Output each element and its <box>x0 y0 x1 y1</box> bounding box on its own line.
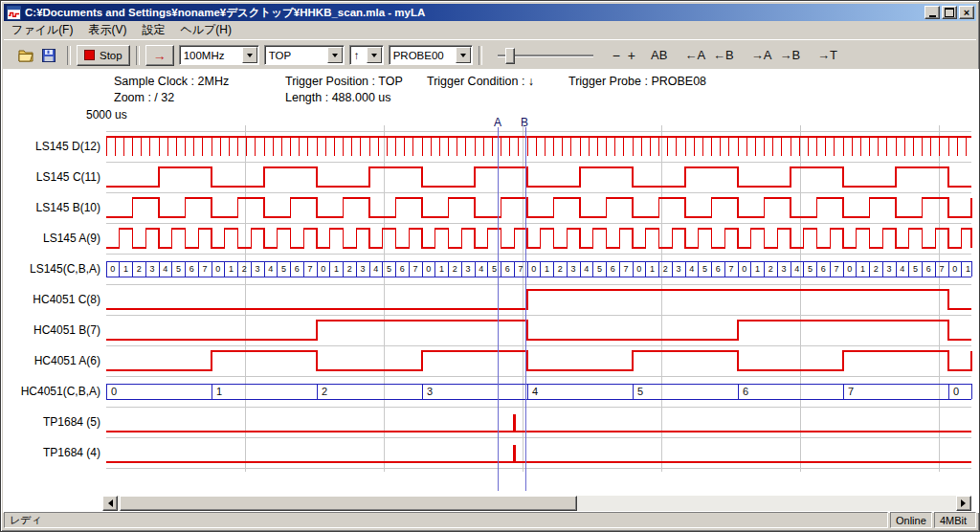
move-a-right-button[interactable]: →A <box>747 47 776 63</box>
move-b-right-button[interactable]: →B <box>775 47 804 63</box>
svg-text:2: 2 <box>558 264 563 274</box>
slider-thumb[interactable] <box>505 48 515 64</box>
status-ready: レディ <box>4 512 888 528</box>
stop-button[interactable]: Stop <box>77 45 130 66</box>
sample-clock-select[interactable]: 100MHz <box>179 45 259 65</box>
scroll-right-button[interactable] <box>956 496 971 511</box>
svg-text:4: 4 <box>584 264 589 274</box>
svg-text:5: 5 <box>637 386 643 397</box>
svg-text:0: 0 <box>531 264 536 274</box>
svg-text:0: 0 <box>111 386 117 397</box>
toolbar-separator <box>67 46 71 65</box>
zoom-slider[interactable] <box>498 47 593 64</box>
stop-icon <box>84 50 95 60</box>
svg-text:6: 6 <box>400 264 405 274</box>
probe-select[interactable]: PROBE00 <box>389 45 473 65</box>
chevron-down-icon[interactable] <box>456 47 471 63</box>
zoom-info: Zoom : / 32 <box>114 91 174 104</box>
svg-text:4: 4 <box>532 386 538 397</box>
svg-text:4: 4 <box>689 264 694 274</box>
chevron-down-icon[interactable] <box>367 47 382 63</box>
waveform-plot[interactable]: 0123456701234567012345670123456701234567… <box>3 120 979 499</box>
svg-text:1: 1 <box>755 264 760 274</box>
menu-item-help[interactable]: ヘルプ(H) <box>172 20 239 40</box>
trigger-condition-info: Trigger Condition : ↓ <box>427 75 534 88</box>
svg-text:7: 7 <box>413 264 418 274</box>
svg-text:5: 5 <box>492 264 497 274</box>
svg-text:0: 0 <box>110 264 115 274</box>
svg-text:0: 0 <box>321 264 325 274</box>
chevron-down-icon[interactable] <box>242 47 257 63</box>
close-button[interactable]: × <box>959 6 974 19</box>
svg-text:2: 2 <box>242 264 247 274</box>
maximize-button[interactable] <box>942 6 957 19</box>
open-file-button[interactable] <box>15 46 36 65</box>
svg-text:4: 4 <box>900 264 904 274</box>
svg-text:6: 6 <box>295 264 300 274</box>
svg-text:0: 0 <box>426 264 431 274</box>
probe-value: PROBE00 <box>390 50 456 61</box>
app-icon <box>7 6 21 20</box>
svg-text:5: 5 <box>808 264 813 274</box>
svg-text:1: 1 <box>334 264 339 274</box>
svg-text:3: 3 <box>571 264 576 274</box>
trigger-edge-select[interactable]: ↑ <box>349 45 384 65</box>
move-a-left-button[interactable]: ←A <box>680 47 709 63</box>
svg-text:5: 5 <box>176 264 181 274</box>
svg-text:1: 1 <box>966 264 970 274</box>
svg-text:1: 1 <box>229 264 234 274</box>
toolbar: Stop → 100MHz TOP ↑ PROBE00 − + AB ←A <box>4 39 976 70</box>
svg-text:3: 3 <box>361 264 366 274</box>
cursor-ab-button[interactable]: AB <box>647 47 671 63</box>
save-file-button[interactable] <box>38 46 59 65</box>
svg-text:7: 7 <box>729 264 734 274</box>
floppy-icon <box>41 48 56 63</box>
scrollbar-thumb[interactable] <box>120 496 577 511</box>
svg-text:3: 3 <box>427 386 433 397</box>
svg-text:2: 2 <box>874 264 879 274</box>
folder-open-icon <box>18 48 33 63</box>
status-online: Online <box>890 512 932 528</box>
svg-text:6: 6 <box>505 264 510 274</box>
zoom-in-button[interactable]: + <box>624 47 639 64</box>
svg-text:5: 5 <box>281 264 286 274</box>
svg-text:2: 2 <box>137 264 142 274</box>
menu-item-settings[interactable]: 設定 <box>134 20 172 40</box>
svg-text:2: 2 <box>322 386 327 397</box>
move-b-left-button[interactable]: ←B <box>709 47 738 63</box>
run-button[interactable]: → <box>145 45 174 66</box>
scroll-left-button[interactable] <box>102 496 118 511</box>
trigger-position-value: TOP <box>265 50 327 61</box>
arrow-right-icon <box>961 499 969 507</box>
svg-text:1: 1 <box>860 264 865 274</box>
svg-text:0: 0 <box>953 386 959 397</box>
svg-text:5: 5 <box>913 264 918 274</box>
chevron-down-icon[interactable] <box>327 47 343 63</box>
goto-trigger-button[interactable]: →T <box>813 47 841 63</box>
svg-text:3: 3 <box>887 264 892 274</box>
maximize-icon <box>945 8 954 17</box>
zoom-out-button[interactable]: − <box>609 47 624 64</box>
title-bar[interactable]: C:¥Documents and Settings¥noname¥デスクトップ¥… <box>4 4 976 21</box>
svg-text:3: 3 <box>256 264 260 274</box>
svg-text:6: 6 <box>611 264 615 274</box>
svg-text:1: 1 <box>545 264 549 274</box>
svg-text:6: 6 <box>821 264 826 274</box>
trigger-position-select[interactable]: TOP <box>264 45 345 65</box>
svg-text:0: 0 <box>952 264 957 274</box>
client-area: Sample Clock : 2MHz Trigger Position : T… <box>3 69 979 513</box>
svg-text:0: 0 <box>742 264 746 274</box>
svg-text:3: 3 <box>782 264 787 274</box>
menu-item-file[interactable]: ファイル(F) <box>4 20 80 40</box>
svg-text:6: 6 <box>189 264 194 274</box>
horizontal-scrollbar[interactable] <box>102 496 971 511</box>
toolbar-separator <box>479 46 482 65</box>
menu-item-view[interactable]: 表示(V) <box>80 20 134 40</box>
status-memory: 4MBit <box>934 512 976 528</box>
svg-text:4: 4 <box>163 264 167 274</box>
svg-text:4: 4 <box>479 264 483 274</box>
minimize-button[interactable] <box>924 6 940 19</box>
svg-text:1: 1 <box>123 264 128 274</box>
svg-text:7: 7 <box>848 386 854 397</box>
trigger-probe-info: Trigger Probe : PROBE08 <box>568 75 706 88</box>
